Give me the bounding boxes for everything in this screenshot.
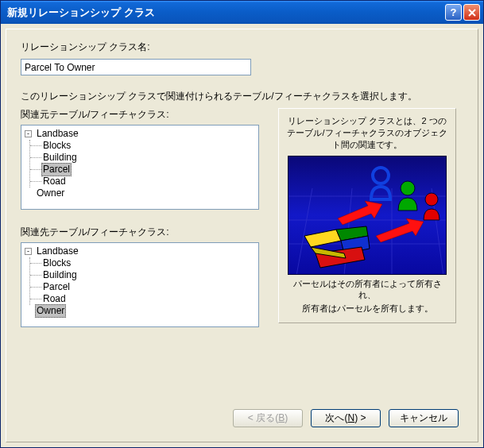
origin-tree[interactable]: -LandbaseBlocksBuildingParcelRoadOwner <box>21 125 259 210</box>
help-button[interactable]: ? <box>445 4 462 21</box>
tree-item[interactable]: Blocks <box>30 257 255 269</box>
tree-item-label: Blocks <box>41 140 72 152</box>
info-panel: リレーションシップ クラスとは、2 つのテーブル/フィーチャクラスのオブジェクト… <box>278 108 456 323</box>
origin-label: 関連元テーブル/フィーチャクラス: <box>21 108 259 122</box>
svg-marker-15 <box>338 201 382 225</box>
tree-item-label: Blocks <box>41 257 72 269</box>
tree-item[interactable]: Blocks <box>30 140 255 152</box>
svg-line-3 <box>296 188 312 275</box>
illustration <box>288 156 447 275</box>
tree-item-label: Road <box>41 293 68 305</box>
tree-item[interactable]: Parcel <box>30 281 255 293</box>
tree-item-label: Building <box>41 269 79 281</box>
svg-point-7 <box>373 168 389 183</box>
close-icon <box>468 9 476 17</box>
tree-item[interactable]: Building <box>30 152 255 164</box>
collapse-icon[interactable]: - <box>25 248 32 255</box>
dest-label: 関連先テーブル/フィーチャクラス: <box>21 226 259 239</box>
tree-item-label: Owner <box>35 304 66 318</box>
tree-item[interactable]: -Landbase <box>25 128 255 140</box>
class-name-input[interactable] <box>21 59 251 75</box>
right-column: リレーションシップ クラスとは、2 つのテーブル/フィーチャクラスのオブジェクト… <box>278 108 463 327</box>
content-area: リレーションシップ クラス名: このリレーションシップ クラスで関連付けられるテ… <box>1 24 483 447</box>
tree-item-label: Parcel <box>41 163 72 176</box>
close-button[interactable] <box>463 4 480 21</box>
titlebar: 新規リレーションシップ クラス ? <box>1 1 483 24</box>
tree-item[interactable]: Parcel <box>30 164 255 176</box>
instruction-text: このリレーションシップ クラスで関連付けられるテーブル/フィーチャクラスを選択し… <box>21 90 463 103</box>
columns: 関連元テーブル/フィーチャクラス: -LandbaseBlocksBuildin… <box>21 108 463 327</box>
tree-item-label: Road <box>41 176 68 187</box>
back-button[interactable]: < 戻る(B) <box>233 409 303 427</box>
next-button[interactable]: 次へ(N) > <box>311 409 381 427</box>
info-text-bottom1: パーセルはその所有者によって所有され、 <box>285 278 449 302</box>
inner-panel: リレーションシップ クラス名: このリレーションシップ クラスで関連付けられるテ… <box>6 29 478 442</box>
tree-item-label: Parcel <box>41 281 72 293</box>
cancel-button[interactable]: キャンセル <box>389 409 459 427</box>
tree-item[interactable]: Road <box>30 176 255 187</box>
svg-point-8 <box>401 181 415 195</box>
svg-marker-16 <box>376 218 424 242</box>
dialog-window: 新規リレーションシップ クラス ? リレーションシップ クラス名: このリレーシ… <box>0 0 484 448</box>
tree-item[interactable]: Road <box>30 293 255 305</box>
class-name-label: リレーションシップ クラス名: <box>21 41 463 54</box>
tree-item[interactable]: Owner <box>35 305 255 317</box>
tree-item-label: Landbase <box>35 128 80 140</box>
svg-marker-10 <box>304 230 341 247</box>
button-row: < 戻る(B) 次へ(N) > キャンセル <box>21 401 463 432</box>
collapse-icon[interactable]: - <box>25 130 32 137</box>
dest-tree[interactable]: -LandbaseBlocksBuildingParcelRoadOwner <box>21 242 259 327</box>
title-text: 新規リレーションシップ クラス <box>7 6 443 20</box>
tree-item-label: Landbase <box>35 245 80 257</box>
left-column: 関連元テーブル/フィーチャクラス: -LandbaseBlocksBuildin… <box>21 108 259 327</box>
tree-item[interactable]: Owner <box>35 187 255 199</box>
tree-item-label: Building <box>41 152 79 164</box>
tree-item-label: Owner <box>35 187 66 199</box>
info-text-top: リレーションシップ クラスとは、2 つのテーブル/フィーチャクラスのオブジェクト… <box>285 115 449 151</box>
tree-item[interactable]: -Landbase <box>25 245 255 257</box>
tree-item[interactable]: Building <box>30 269 255 281</box>
info-text-bottom2: 所有者はパーセルを所有します。 <box>285 303 449 315</box>
svg-point-9 <box>425 193 438 206</box>
